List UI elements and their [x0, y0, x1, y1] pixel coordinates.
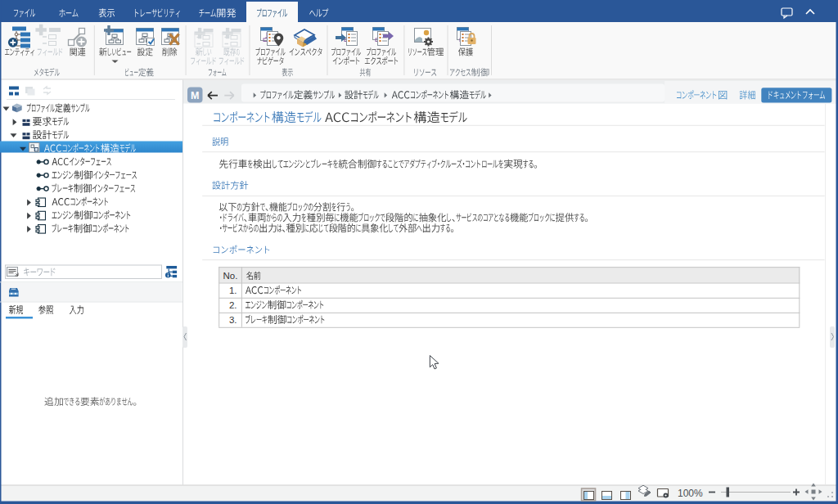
svg-text:No.: No. [223, 271, 238, 281]
svg-text:2.: 2. [229, 300, 237, 310]
svg-text:1.: 1. [229, 286, 237, 295]
svg-text:100%: 100% [678, 488, 703, 499]
svg-text:M: M [191, 90, 199, 101]
svg-text:3.: 3. [229, 315, 237, 325]
